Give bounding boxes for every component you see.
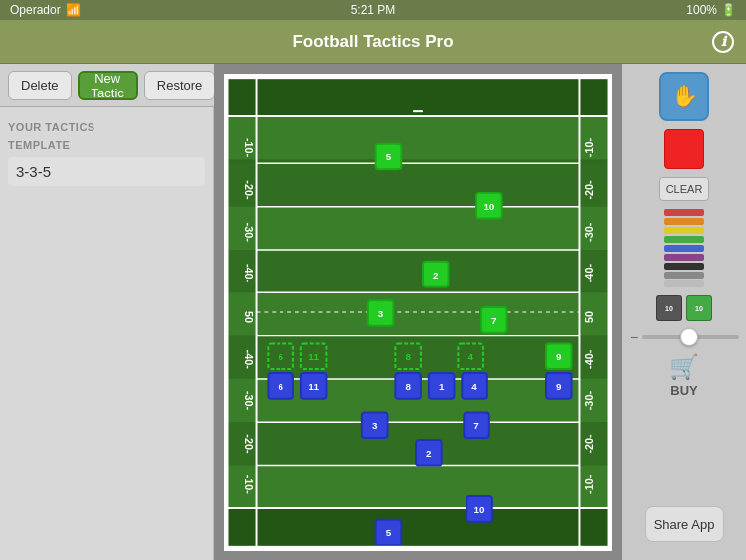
- time-label: 5:21 PM: [351, 3, 396, 17]
- sidebar: Delete New Tactic Restore YOUR TACTICS T…: [0, 64, 214, 560]
- wifi-icon: 📶: [66, 3, 81, 17]
- pencil-gray[interactable]: [664, 272, 704, 279]
- svg-rect-6: [227, 249, 609, 291]
- svg-text:5: 5: [386, 527, 392, 538]
- svg-text:-20-: -20-: [243, 180, 255, 200]
- svg-text:10: 10: [474, 503, 485, 514]
- new-tactic-button[interactable]: New Tactic: [78, 71, 138, 100]
- svg-text:-10-: -10-: [583, 474, 595, 494]
- svg-text:-40-: -40-: [583, 349, 595, 369]
- hand-icon: ✋: [671, 84, 698, 109]
- battery-label: 100%: [686, 3, 717, 17]
- template-335[interactable]: 3-3-5: [8, 157, 205, 186]
- pencil-green[interactable]: [664, 236, 704, 243]
- svg-text:9: 9: [556, 351, 562, 362]
- pencil-blue[interactable]: [664, 245, 704, 252]
- slider-track[interactable]: [642, 335, 739, 339]
- sidebar-content: YOUR TACTICS TEMPLATE 3-3-5: [0, 107, 213, 560]
- svg-rect-1: [227, 77, 609, 115]
- slider-minus[interactable]: −: [630, 329, 638, 345]
- template-header: TEMPLATE: [8, 139, 205, 151]
- svg-rect-7: [227, 292, 609, 335]
- pencil-red[interactable]: [664, 209, 704, 216]
- cart-icon: 🛒: [669, 353, 699, 381]
- share-app-button[interactable]: Share App: [645, 506, 724, 542]
- svg-text:8: 8: [405, 351, 411, 362]
- svg-text:-40-: -40-: [243, 263, 255, 282]
- svg-rect-4: [227, 163, 609, 206]
- mini-jersey-dark[interactable]: 10: [656, 295, 682, 321]
- svg-rect-3: [227, 116, 609, 159]
- football-field[interactable]: -10- -20- -30- -40- 50 -40- -30- -20- -1…: [224, 74, 612, 551]
- svg-rect-11: [227, 465, 609, 507]
- svg-text:4: 4: [471, 380, 477, 391]
- app-title: Football Tactics Pro: [292, 32, 453, 52]
- svg-text:-40-: -40-: [243, 349, 255, 369]
- svg-text:3: 3: [378, 307, 384, 318]
- pencil-purple[interactable]: [664, 254, 704, 261]
- battery-icon: 🔋: [721, 3, 736, 17]
- hand-tool-button[interactable]: ✋: [659, 72, 709, 121]
- svg-text:-30-: -30-: [583, 390, 595, 410]
- pencils-container: [664, 209, 704, 287]
- svg-text:6: 6: [278, 380, 283, 391]
- svg-rect-5: [227, 206, 609, 249]
- buy-button[interactable]: 🛒 BUY: [669, 353, 699, 398]
- pencil-light-gray[interactable]: [664, 280, 704, 287]
- mini-jersey-green[interactable]: 10: [686, 295, 712, 321]
- svg-text:1: 1: [439, 380, 445, 391]
- svg-text:3: 3: [372, 420, 378, 431]
- carrier-label: Operador: [10, 3, 61, 17]
- svg-text:-10-: -10-: [243, 474, 255, 494]
- restore-button[interactable]: Restore: [144, 71, 216, 100]
- jersey-row: 10 10: [656, 295, 712, 321]
- svg-text:50: 50: [243, 310, 255, 322]
- slider-thumb[interactable]: [680, 328, 698, 346]
- field-area: -10- -20- -30- -40- 50 -40- -30- -20- -1…: [214, 64, 622, 560]
- status-bar: Operador 📶 5:21 PM 100% 🔋: [0, 0, 746, 20]
- svg-text:-20-: -20-: [583, 179, 595, 199]
- field-svg: -10- -20- -30- -40- 50 -40- -30- -20- -1…: [227, 77, 609, 548]
- svg-text:2: 2: [426, 447, 432, 458]
- svg-rect-2: [227, 507, 609, 546]
- svg-text:-40-: -40-: [583, 263, 595, 282]
- svg-text:11: 11: [308, 351, 319, 362]
- svg-text:-20-: -20-: [583, 433, 595, 453]
- svg-text:-30-: -30-: [243, 222, 255, 242]
- svg-text:10: 10: [483, 200, 494, 211]
- svg-text:-10-: -10-: [583, 137, 595, 157]
- info-button[interactable]: ℹ: [712, 31, 734, 53]
- svg-text:-20-: -20-: [243, 434, 255, 454]
- right-panel: ✋ CLEAR 10 10 −: [622, 64, 746, 560]
- svg-text:50: 50: [583, 310, 595, 322]
- svg-text:-30-: -30-: [243, 390, 255, 410]
- title-bar: Football Tactics Pro ℹ: [0, 20, 746, 64]
- svg-text:8: 8: [405, 380, 411, 391]
- info-icon: ℹ: [721, 34, 726, 49]
- svg-text:6: 6: [278, 351, 283, 362]
- delete-button[interactable]: Delete: [8, 71, 72, 100]
- size-slider: −: [630, 329, 739, 345]
- pencil-orange[interactable]: [664, 218, 704, 225]
- pencil-yellow[interactable]: [664, 227, 704, 234]
- svg-text:7: 7: [491, 314, 497, 325]
- color-red-button[interactable]: [664, 129, 704, 169]
- svg-text:9: 9: [556, 380, 562, 391]
- main-content: Delete New Tactic Restore YOUR TACTICS T…: [0, 64, 746, 560]
- sidebar-toolbar: Delete New Tactic Restore: [0, 64, 214, 107]
- clear-button[interactable]: CLEAR: [659, 177, 709, 201]
- your-tactics-header: YOUR TACTICS: [8, 121, 205, 133]
- pencil-black[interactable]: [664, 263, 704, 270]
- svg-text:2: 2: [433, 269, 439, 280]
- buy-label: BUY: [670, 383, 697, 398]
- svg-text:7: 7: [473, 420, 479, 431]
- svg-text:4: 4: [467, 351, 473, 362]
- svg-text:11: 11: [308, 380, 319, 391]
- svg-text:-10-: -10-: [243, 137, 255, 157]
- svg-text:5: 5: [386, 151, 392, 162]
- svg-text:-30-: -30-: [583, 222, 595, 242]
